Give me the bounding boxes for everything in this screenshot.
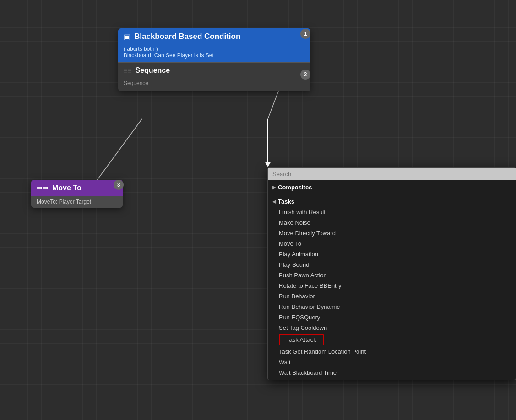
menu-item-run-behavior-dynamic[interactable]: Run Behavior Dynamic	[268, 302, 516, 312]
blackboard-node-title: Blackboard Based Condition	[134, 32, 240, 41]
menu-item-run-eqsquery[interactable]: Run EQSQuery	[268, 312, 516, 323]
menu-item-finish-with-result[interactable]: Finish with Result	[268, 207, 516, 217]
context-menu[interactable]: ▶ Composites ◀ Tasks Finish with Result …	[267, 167, 516, 380]
moveto-node-header: ➡➡ Move To	[31, 180, 123, 196]
vertical-connector	[267, 119, 268, 162]
task-attack-wrapper: Task Attack	[268, 333, 516, 346]
composites-arrow-icon: ▶	[272, 185, 276, 190]
menu-item-run-behavior[interactable]: Run Behavior	[268, 291, 516, 302]
aborts-text: ( aborts both )	[124, 46, 305, 52]
tasks-header[interactable]: ◀ Tasks	[268, 196, 516, 207]
menu-item-task-get-random-location-point[interactable]: Task Get Random Location Point	[268, 346, 516, 357]
moveto-icon: ➡➡	[37, 183, 49, 192]
sequence-subtitle: Sequence	[118, 80, 310, 91]
composites-section: ▶ Composites	[268, 180, 516, 194]
moveto-node-body: MoveTo: Player Target	[31, 196, 123, 208]
tasks-section: ◀ Tasks Finish with Result Make Noise Mo…	[268, 194, 516, 380]
blackboard-node-header: ▣ Blackboard Based Condition	[118, 28, 310, 45]
menu-item-wait[interactable]: Wait	[268, 357, 516, 367]
menu-item-play-animation[interactable]: Play Animation	[268, 249, 516, 259]
menu-item-set-tag-cooldown[interactable]: Set Tag Cooldown	[268, 323, 516, 333]
moveto-node-title: Move To	[52, 184, 81, 192]
menu-item-wait-blackboard-time[interactable]: Wait Blackboard Time	[268, 367, 516, 378]
menu-item-make-noise[interactable]: Make Noise	[268, 217, 516, 228]
tasks-arrow-icon: ◀	[272, 199, 276, 204]
menu-item-move-directly-toward[interactable]: Move Directly Toward	[268, 228, 516, 238]
composites-label: Composites	[278, 184, 312, 191]
menu-item-push-pawn-action[interactable]: Push Pawn Action	[268, 270, 516, 280]
composites-header[interactable]: ▶ Composites	[268, 182, 516, 193]
sequence-header: ≡≡ Sequence	[118, 62, 310, 80]
blackboard-icon: ▣	[124, 32, 130, 41]
search-input[interactable]	[272, 171, 511, 178]
moveto-node: ➡➡ Move To MoveTo: Player Target	[31, 180, 123, 208]
menu-item-task-attack[interactable]: Task Attack	[279, 334, 324, 345]
search-bar[interactable]	[268, 168, 516, 180]
badge-2: 2	[300, 70, 310, 80]
menu-item-play-sound[interactable]: Play Sound	[268, 259, 516, 270]
blackboard-node-subtitle: ( aborts both ) Blackboard: Can See Play…	[118, 45, 310, 62]
badge-1: 1	[300, 29, 310, 39]
badge-3: 3	[114, 180, 124, 190]
sequence-icon: ≡≡	[124, 67, 132, 75]
blackboard-node: ▣ Blackboard Based Condition ( aborts bo…	[118, 28, 310, 91]
blackboard-condition-text: Blackboard: Can See Player is Is Set	[124, 52, 305, 59]
menu-item-rotate-to-face-bbentry[interactable]: Rotate to Face BBEntry	[268, 280, 516, 291]
tasks-label: Tasks	[278, 198, 294, 205]
sequence-title: Sequence	[136, 66, 170, 75]
menu-item-move-to[interactable]: Move To	[268, 238, 516, 249]
